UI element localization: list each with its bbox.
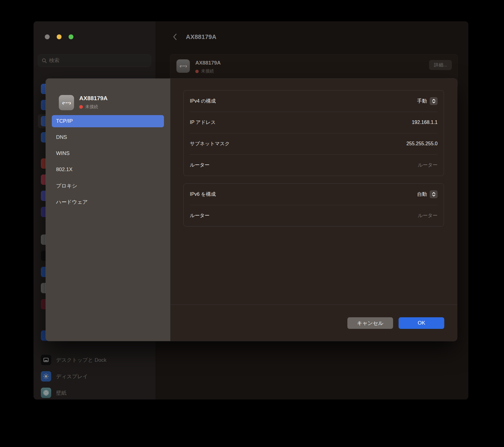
row-label: ルーター — [190, 162, 210, 168]
ipv4-group: IPv4 の構成 手動 IP アドレス — [183, 90, 444, 176]
tab-wins[interactable]: WINS — [52, 147, 164, 160]
ip-address-field[interactable]: 192.168.1.1 — [412, 120, 438, 125]
stepper-icon — [430, 97, 438, 105]
tab-proxies[interactable]: プロキシ — [52, 180, 164, 192]
sheet-sidebar: ‹···› AX88179A 未接続 TCP/IP DNS WINS 802.1… — [46, 79, 171, 341]
row-label: IPv6 を構成 — [190, 191, 216, 198]
row-ipv6-configure: IPv6 を構成 自動 — [184, 184, 444, 205]
row-label: IP アドレス — [190, 119, 216, 126]
sheet-content: IPv4 の構成 手動 IP アドレス — [171, 79, 457, 341]
sheet-adapter-name: AX88179A — [79, 95, 108, 102]
ipv6-router-field[interactable]: ルーター — [418, 213, 438, 219]
window-zoom-button[interactable] — [69, 34, 73, 39]
tab-tcpip[interactable]: TCP/IP — [52, 115, 164, 127]
row-label: サブネットマスク — [190, 141, 230, 147]
tab-hardware[interactable]: ハードウェア — [52, 196, 164, 208]
row-ipv4-configure: IPv4 の構成 手動 — [184, 90, 444, 112]
cancel-button[interactable]: キャンセル — [347, 317, 393, 329]
status-dot — [79, 105, 83, 109]
row-label: ルーター — [190, 213, 210, 219]
row-ip-address: IP アドレス 192.168.1.1 — [184, 112, 444, 133]
row-subnet-mask: サブネットマスク 255.255.255.0 — [184, 133, 444, 154]
sheet-nav: TCP/IP DNS WINS 802.1X プロキシ ハードウェア — [52, 115, 164, 208]
ipv6-group: IPv6 を構成 自動 ルーター — [183, 183, 444, 227]
window-close-button[interactable] — [45, 34, 50, 39]
desktop-canvas: デスクトップと Dock ディスプレイ — [0, 0, 504, 447]
router-field[interactable]: ルーター — [418, 162, 438, 168]
tab-dns[interactable]: DNS — [52, 131, 164, 143]
sheet-adapter-status: 未接続 — [79, 104, 98, 110]
subnet-mask-field[interactable]: 255.255.255.0 — [406, 141, 438, 146]
ethernet-adapter-icon: ‹···› — [59, 95, 74, 110]
row-router: ルーター ルーター — [184, 154, 444, 176]
footer-divider — [171, 304, 457, 305]
ipv6-configure-popup[interactable]: 自動 — [417, 190, 438, 198]
ok-button[interactable]: OK — [399, 317, 444, 329]
row-label: IPv4 の構成 — [190, 98, 216, 104]
row-ipv6-router: ルーター ルーター — [184, 205, 444, 226]
ipv4-configure-popup[interactable]: 手動 — [417, 97, 438, 105]
stepper-icon — [430, 190, 438, 198]
tcpip-sheet-dialog: ‹···› AX88179A 未接続 TCP/IP DNS WINS 802.1… — [46, 79, 457, 341]
window-minimize-button[interactable] — [57, 34, 62, 39]
tab-8021x[interactable]: 802.1X — [52, 164, 164, 176]
system-settings-window: デスクトップと Dock ディスプレイ — [34, 21, 468, 399]
